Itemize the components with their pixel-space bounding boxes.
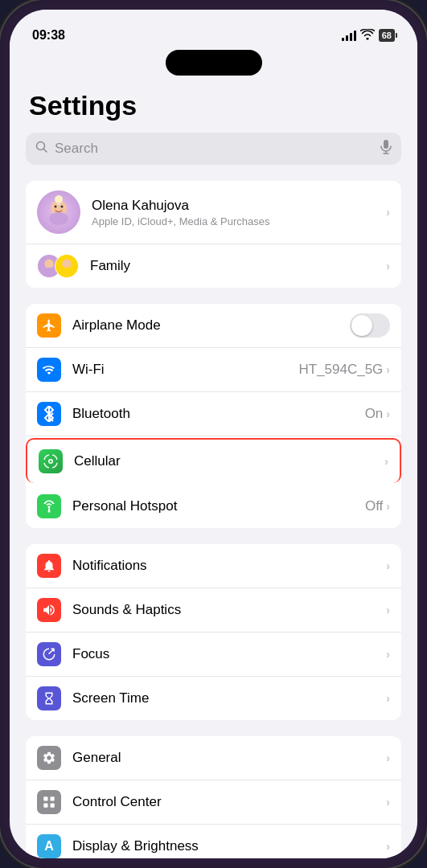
cellular-wrapper: Cellular ›: [26, 438, 401, 483]
chevron-right-icon: ›: [386, 604, 390, 616]
general-icon: [37, 746, 61, 770]
airplane-mode-toggle[interactable]: [350, 313, 390, 338]
wifi-right: HT_594C_5G ›: [298, 362, 390, 378]
cellular-label: Cellular: [74, 453, 121, 469]
hotspot-row-content: Personal Hotspot Off ›: [72, 498, 390, 514]
cellular-icon: [39, 449, 63, 473]
search-placeholder: Search: [55, 141, 374, 157]
phone-screen: 09:38 68: [10, 10, 417, 858]
chevron-right-icon: ›: [386, 692, 390, 705]
wifi-row[interactable]: Wi-Fi HT_594C_5G ›: [26, 348, 401, 392]
svg-rect-23: [51, 804, 55, 808]
search-icon: [35, 141, 48, 157]
notifications-group: Notifications › Sounds & Haptics ›: [26, 544, 401, 720]
display-label: Display & Brightness: [72, 838, 199, 854]
cellular-row[interactable]: Cellular ›: [26, 438, 401, 483]
airplane-mode-label: Airplane Mode: [72, 317, 161, 334]
focus-icon: [37, 642, 61, 666]
family-row-content: Family ›: [90, 258, 390, 274]
status-time: 09:38: [32, 28, 65, 43]
control-center-row[interactable]: Control Center ›: [26, 780, 401, 825]
connectivity-group: Airplane Mode Wi-Fi HT_594C_5G: [26, 304, 401, 528]
display-content: Display & Brightness ›: [72, 838, 390, 854]
wifi-status-icon: [360, 29, 375, 43]
apple-id-info: Olena Kahujova Apple ID, iCloud+, Media …: [92, 198, 386, 227]
personal-hotspot-icon: [37, 494, 61, 518]
search-bar[interactable]: Search: [26, 133, 401, 165]
focus-row[interactable]: Focus ›: [26, 633, 401, 677]
status-icons: 68: [342, 29, 395, 43]
account-group: Olena Kahujova Apple ID, iCloud+, Media …: [26, 181, 401, 288]
family-avatars: [37, 254, 79, 278]
general-content: General ›: [72, 750, 390, 766]
microphone-icon[interactable]: [380, 140, 392, 158]
system-group: General › Control: [26, 736, 401, 858]
sounds-label: Sounds & Haptics: [72, 602, 181, 618]
svg-rect-21: [51, 796, 55, 800]
chevron-right-icon: ›: [386, 206, 390, 219]
hotspot-right: Off ›: [365, 498, 390, 514]
display-icon: A: [37, 834, 61, 858]
chevron-right-icon: ›: [386, 751, 390, 764]
airplane-mode-row[interactable]: Airplane Mode: [26, 304, 401, 348]
wifi-network-name: HT_594C_5G: [298, 362, 383, 378]
wifi-row-content: Wi-Fi HT_594C_5G ›: [72, 362, 390, 378]
control-center-icon: [37, 790, 61, 814]
svg-rect-22: [43, 804, 47, 808]
personal-hotspot-row[interactable]: Personal Hotspot Off ›: [26, 485, 401, 528]
battery-icon: 68: [379, 29, 395, 42]
chevron-right-icon: ›: [386, 260, 390, 272]
svg-rect-20: [43, 796, 47, 800]
svg-point-12: [44, 260, 53, 268]
apple-id-subtitle: Apple ID, iCloud+, Media & Purchases: [92, 215, 386, 227]
status-bar: 09:38 68: [10, 10, 417, 50]
notifications-content: Notifications ›: [72, 558, 390, 574]
svg-point-15: [62, 260, 71, 268]
display-row[interactable]: A Display & Brightness ›: [26, 825, 401, 858]
screen-time-label: Screen Time: [72, 690, 149, 706]
family-row[interactable]: Family ›: [26, 244, 401, 288]
screen-content[interactable]: Settings Search: [10, 82, 417, 858]
notifications-row[interactable]: Notifications ›: [26, 544, 401, 588]
apple-id-name: Olena Kahujova: [92, 198, 386, 214]
svg-point-6: [55, 206, 57, 208]
page-title: Settings: [29, 90, 401, 121]
airplane-mode-icon: [37, 313, 61, 338]
chevron-right-icon: ›: [386, 407, 390, 420]
control-center-content: Control Center ›: [72, 794, 390, 810]
screen-time-icon: [37, 686, 61, 710]
chevron-right-icon: ›: [384, 455, 388, 468]
family-avatar-2: [55, 254, 79, 278]
general-label: General: [72, 750, 121, 766]
sounds-row[interactable]: Sounds & Haptics ›: [26, 588, 401, 633]
chevron-right-icon: ›: [386, 363, 390, 376]
svg-rect-10: [57, 203, 60, 205]
wifi-label: Wi-Fi: [72, 362, 105, 378]
bluetooth-row[interactable]: Bluetooth On ›: [26, 392, 401, 436]
apple-id-row[interactable]: Olena Kahujova Apple ID, iCloud+, Media …: [26, 181, 401, 244]
svg-point-19: [48, 506, 51, 508]
chevron-right-icon: ›: [386, 559, 390, 572]
sounds-icon: [37, 598, 61, 622]
bluetooth-icon: [37, 402, 61, 426]
avatar: [37, 190, 80, 234]
general-row[interactable]: General ›: [26, 736, 401, 780]
bluetooth-label: Bluetooth: [72, 406, 130, 422]
bluetooth-right: On ›: [365, 406, 390, 422]
bluetooth-status: On: [365, 406, 384, 422]
chevron-right-icon: ›: [386, 796, 390, 809]
svg-rect-1: [384, 140, 388, 149]
cellular-row-content: Cellular ›: [74, 453, 388, 469]
svg-point-7: [61, 206, 64, 208]
hotspot-status: Off: [365, 498, 383, 514]
hotspot-label: Personal Hotspot: [72, 498, 177, 514]
svg-point-13: [43, 268, 55, 275]
wifi-icon: [37, 358, 61, 382]
focus-content: Focus ›: [72, 646, 390, 662]
screen-time-row[interactable]: Screen Time ›: [26, 677, 401, 720]
signal-strength-icon: [342, 30, 356, 41]
sounds-content: Sounds & Haptics ›: [72, 602, 390, 618]
chevron-right-icon: ›: [386, 648, 390, 661]
svg-point-8: [49, 212, 68, 225]
chevron-right-icon: ›: [386, 500, 390, 513]
